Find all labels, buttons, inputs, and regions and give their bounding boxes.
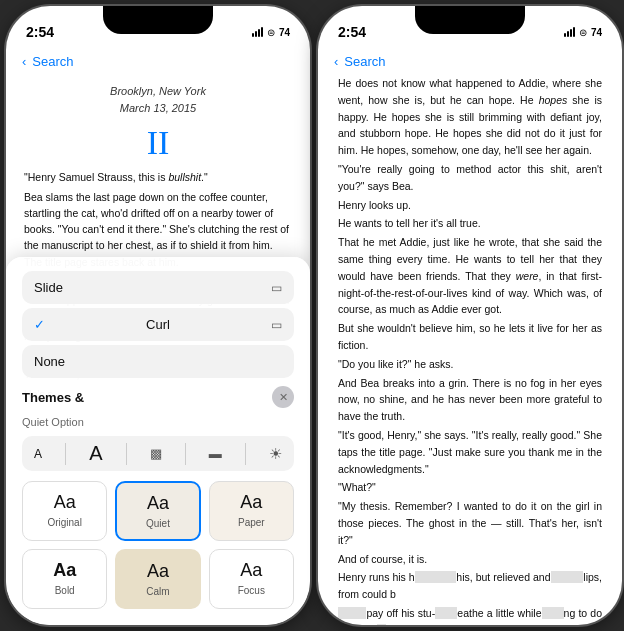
divider-2	[126, 443, 127, 465]
book-text-right: He does not know what happened to Addie,…	[318, 75, 622, 625]
slide-option[interactable]: Slide ▭	[22, 271, 294, 304]
search-label-left[interactable]: Search	[32, 54, 73, 69]
curl-icon: ▭	[271, 318, 282, 332]
rp-10: "My thesis. Remember? I wanted to do it …	[338, 498, 602, 548]
overlay-panel: Slide ▭ ✓ Curl ▭ None Themes & ✕	[6, 257, 310, 625]
theme-calm-label: Calm	[146, 586, 169, 597]
font-aa-icon[interactable]: ▬	[209, 446, 222, 461]
none-label: None	[34, 354, 65, 369]
themes-title: Themes &	[22, 390, 84, 405]
wifi-icon: ⊜	[267, 27, 275, 38]
rp-0: He does not know what happened to Addie,…	[338, 75, 602, 159]
curl-label: Curl	[146, 317, 170, 332]
brightness-icon[interactable]: ☀	[269, 445, 282, 463]
book-location-line2: March 13, 2015	[24, 100, 292, 117]
book-header: Brooklyn, New York March 13, 2015	[6, 75, 310, 122]
signal-icon	[252, 27, 263, 37]
close-button[interactable]: ✕	[272, 386, 294, 408]
rp-3: He wants to tell her it's all true.	[338, 215, 602, 232]
signal-icon-right	[564, 27, 575, 37]
divider-3	[185, 443, 186, 465]
back-chevron-right[interactable]: ‹	[334, 54, 338, 69]
time-right: 2:54	[338, 24, 366, 40]
theme-calm[interactable]: Aa Calm	[115, 549, 200, 609]
theme-calm-aa: Aa	[147, 561, 169, 582]
slide-label: Slide	[34, 280, 63, 295]
font-controls: A A ▩ ▬ ☀	[22, 436, 294, 471]
book-para-0: "Henry Samuel Strauss, this is bullshit.…	[24, 169, 292, 185]
rp-11: And of course, it is.	[338, 551, 602, 568]
rp-8: "It's good, Henry," she says. "It's real…	[338, 427, 602, 477]
theme-quiet-aa: Aa	[147, 493, 169, 514]
rp-4: That he met Addie, just like he wrote, t…	[338, 234, 602, 318]
font-large-a[interactable]: A	[89, 442, 102, 465]
theme-paper-label: Paper	[238, 517, 265, 528]
status-icons-right: ⊜ 74	[564, 27, 602, 38]
rp-6: "Do you like it?" he asks.	[338, 356, 602, 373]
theme-original-aa: Aa	[54, 492, 76, 513]
rp-2: Henry looks up.	[338, 197, 602, 214]
wifi-icon-right: ⊜	[579, 27, 587, 38]
search-bar-right[interactable]: ‹ Search	[318, 50, 622, 75]
battery-left: 74	[279, 27, 290, 38]
font-small-a[interactable]: A	[34, 447, 42, 461]
battery-right: 74	[591, 27, 602, 38]
divider-1	[65, 443, 66, 465]
theme-paper[interactable]: Aa Paper	[209, 481, 294, 541]
transition-options: Slide ▭ ✓ Curl ▭ None	[22, 271, 294, 378]
notch-right	[415, 6, 525, 34]
book-location-line1: Brooklyn, New York	[24, 83, 292, 100]
theme-original-label: Original	[47, 517, 81, 528]
time-left: 2:54	[26, 24, 54, 40]
left-phone: 2:54 ⊜ 74 ‹ Search B	[6, 6, 310, 625]
theme-paper-aa: Aa	[240, 492, 262, 513]
divider-4	[245, 443, 246, 465]
theme-focus-aa: Aa	[240, 560, 262, 581]
search-label-right[interactable]: Search	[344, 54, 385, 69]
themes-header: Themes & ✕	[22, 386, 294, 408]
theme-focus-label: Focus	[238, 585, 265, 596]
rp-12: Henry runs his h his, but relieved and l…	[338, 569, 602, 603]
none-option[interactable]: None	[22, 345, 294, 378]
theme-original[interactable]: Aa Original	[22, 481, 107, 541]
rp-1: "You're really going to method actor thi…	[338, 161, 602, 195]
back-chevron-left[interactable]: ‹	[22, 54, 26, 69]
status-icons-left: ⊜ 74	[252, 27, 290, 38]
theme-focus[interactable]: Aa Focus	[209, 549, 294, 609]
curl-check: ✓	[34, 317, 45, 332]
chapter-number: II	[6, 124, 310, 161]
theme-grid: Aa Original Aa Quiet Aa Paper Aa Bold	[22, 481, 294, 609]
search-bar-left[interactable]: ‹ Search	[6, 50, 310, 75]
quiet-option-label: Quiet Option	[22, 416, 294, 428]
theme-bold-label: Bold	[55, 585, 75, 596]
rp-5: But she wouldn't believe him, so he lets…	[338, 320, 602, 354]
rp-13: pay off his stu- eathe a little while ng…	[338, 605, 602, 625]
rp-7: And Bea breaks into a grin. There is no …	[338, 375, 602, 425]
right-phone: 2:54 ⊜ 74 ‹ Search H	[318, 6, 622, 625]
font-type-icon[interactable]: ▩	[150, 446, 162, 461]
theme-bold-aa: Aa	[53, 560, 76, 581]
notch	[103, 6, 213, 34]
slide-icon: ▭	[271, 281, 282, 295]
theme-bold[interactable]: Aa Bold	[22, 549, 107, 609]
app-container: 2:54 ⊜ 74 ‹ Search B	[0, 0, 624, 631]
theme-quiet[interactable]: Aa Quiet	[115, 481, 200, 541]
curl-option[interactable]: ✓ Curl ▭	[22, 308, 294, 341]
theme-quiet-label: Quiet	[146, 518, 170, 529]
rp-9: "What?"	[338, 479, 602, 496]
